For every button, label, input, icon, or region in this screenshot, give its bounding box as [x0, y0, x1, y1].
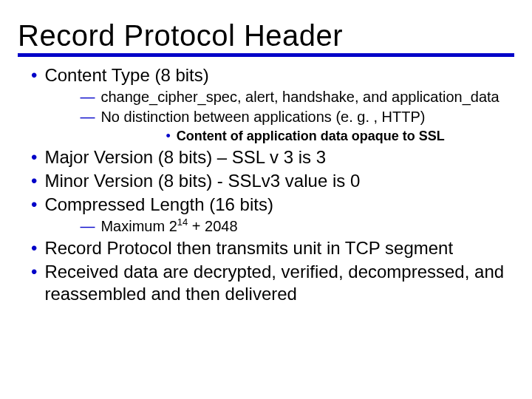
bullet-icon: • — [18, 146, 44, 168]
list-item: — change_cipher_spec, alert, handshake, … — [44, 88, 514, 106]
bullet-icon: • — [18, 261, 44, 305]
bullet-icon: • — [18, 194, 44, 236]
bullet-icon: • — [18, 64, 44, 145]
list-item: • Major Version (8 bits) – SSL v 3 is 3 — [18, 146, 514, 168]
bullet-list: — change_cipher_spec, alert, handshake, … — [44, 88, 514, 145]
bullet-icon: • — [100, 128, 176, 145]
list-item: • Content Type (8 bits) — change_cipher_… — [18, 64, 514, 145]
bullet-icon: • — [18, 170, 44, 192]
list-item-text: Content of application data opaque to SS… — [177, 128, 514, 145]
dash-icon: — — [44, 88, 100, 106]
list-item-text: No distinction between applications (e. … — [100, 108, 514, 145]
text-suffix: + 2048 — [188, 218, 237, 234]
slide-title: Record Protocol Header — [18, 21, 514, 50]
list-item-text: Received data are decrypted, verified, d… — [44, 261, 514, 305]
text: No distinction between applications (e. … — [100, 109, 425, 125]
list-item: • Record Protocol then transmits unit in… — [18, 237, 514, 259]
list-item: — Maximum 214 + 2048 — [44, 217, 514, 236]
dash-icon: — — [44, 108, 100, 145]
list-item-text: Minor Version (8 bits) - SSLv3 value is … — [44, 170, 514, 192]
list-item-text: Content Type (8 bits) — change_cipher_sp… — [44, 64, 514, 145]
dash-icon: — — [44, 217, 100, 236]
list-item: • Received data are decrypted, verified,… — [18, 261, 514, 305]
list-item: • Compressed Length (16 bits) — Maximum … — [18, 194, 514, 236]
text: Compressed Length (16 bits) — [44, 194, 273, 214]
bullet-icon: • — [18, 237, 44, 259]
bullet-list: • Content Type (8 bits) — change_cipher_… — [18, 64, 514, 305]
list-item: — No distinction between applications (e… — [44, 108, 514, 145]
text-prefix: Maximum 2 — [100, 218, 177, 234]
list-item: • Minor Version (8 bits) - SSLv3 value i… — [18, 170, 514, 192]
title-divider — [18, 53, 514, 57]
slide: Record Protocol Header • Content Type (8… — [0, 0, 532, 399]
list-item-text: change_cipher_spec, alert, handshake, an… — [100, 88, 514, 106]
list-item-text: Compressed Length (16 bits) — Maximum 21… — [44, 194, 514, 236]
list-item-text: Major Version (8 bits) – SSL v 3 is 3 — [44, 146, 514, 168]
list-item: • Content of application data opaque to … — [100, 128, 514, 145]
bullet-list: — Maximum 214 + 2048 — [44, 217, 514, 236]
list-item-text: Record Protocol then transmits unit in T… — [44, 237, 514, 259]
bullet-list: • Content of application data opaque to … — [100, 128, 514, 145]
superscript: 14 — [177, 216, 188, 228]
text: Content Type (8 bits) — [44, 65, 208, 85]
list-item-text: Maximum 214 + 2048 — [100, 217, 514, 236]
